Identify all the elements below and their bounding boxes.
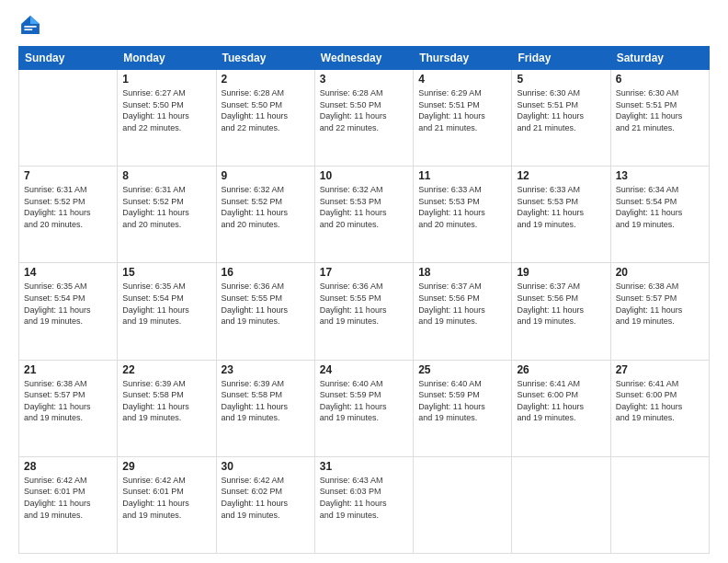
day-number: 9: [222, 169, 310, 182]
cell-info: Sunrise: 6:39 AM Sunset: 5:58 PM Dayligh…: [122, 378, 210, 424]
header: [18, 15, 710, 39]
calendar-cell: 12Sunrise: 6:33 AM Sunset: 5:53 PM Dayli…: [512, 167, 610, 263]
cell-info: Sunrise: 6:41 AM Sunset: 6:00 PM Dayligh…: [517, 378, 605, 424]
day-header: Sunday: [19, 47, 118, 70]
calendar-cell: 21Sunrise: 6:38 AM Sunset: 5:57 PM Dayli…: [19, 360, 118, 456]
calendar-cell: 19Sunrise: 6:37 AM Sunset: 5:56 PM Dayli…: [512, 263, 610, 360]
calendar-week-row: 1Sunrise: 6:27 AM Sunset: 5:50 PM Daylig…: [19, 70, 710, 167]
cell-info: Sunrise: 6:36 AM Sunset: 5:55 PM Dayligh…: [222, 281, 310, 327]
calendar-cell: 14Sunrise: 6:35 AM Sunset: 5:54 PM Dayli…: [19, 263, 118, 360]
calendar-cell: [414, 456, 512, 553]
day-number: 4: [418, 73, 506, 86]
day-number: 27: [616, 363, 704, 376]
day-header: Wednesday: [314, 47, 413, 70]
calendar-cell: 11Sunrise: 6:33 AM Sunset: 5:53 PM Dayli…: [414, 167, 512, 263]
day-number: 7: [24, 169, 112, 182]
calendar-cell: 4Sunrise: 6:29 AM Sunset: 5:51 PM Daylig…: [414, 70, 512, 167]
day-number: 21: [24, 363, 112, 376]
logo: [18, 15, 40, 39]
calendar-cell: 15Sunrise: 6:35 AM Sunset: 5:54 PM Dayli…: [118, 263, 216, 360]
svg-marker-1: [30, 16, 40, 24]
calendar-cell: 10Sunrise: 6:32 AM Sunset: 5:53 PM Dayli…: [314, 167, 413, 263]
cell-info: Sunrise: 6:42 AM Sunset: 6:01 PM Dayligh…: [122, 475, 210, 521]
day-header: Monday: [118, 47, 216, 70]
calendar-cell: 6Sunrise: 6:30 AM Sunset: 5:51 PM Daylig…: [610, 70, 709, 167]
cell-info: Sunrise: 6:36 AM Sunset: 5:55 PM Dayligh…: [320, 281, 408, 327]
calendar-cell: 17Sunrise: 6:36 AM Sunset: 5:55 PM Dayli…: [314, 263, 413, 360]
day-number: 18: [418, 266, 506, 279]
day-number: 16: [222, 266, 310, 279]
cell-info: Sunrise: 6:31 AM Sunset: 5:52 PM Dayligh…: [24, 184, 112, 230]
day-number: 6: [616, 73, 704, 86]
page: SundayMondayTuesdayWednesdayThursdayFrid…: [0, 0, 728, 563]
cell-info: Sunrise: 6:38 AM Sunset: 5:57 PM Dayligh…: [24, 378, 112, 424]
calendar-week-row: 7Sunrise: 6:31 AM Sunset: 5:52 PM Daylig…: [19, 167, 710, 263]
calendar-week-row: 14Sunrise: 6:35 AM Sunset: 5:54 PM Dayli…: [19, 263, 710, 360]
calendar-table: SundayMondayTuesdayWednesdayThursdayFrid…: [18, 46, 710, 554]
cell-info: Sunrise: 6:41 AM Sunset: 6:00 PM Dayligh…: [616, 378, 704, 424]
cell-info: Sunrise: 6:33 AM Sunset: 5:53 PM Dayligh…: [517, 184, 605, 230]
day-number: 19: [517, 266, 605, 279]
calendar-cell: 1Sunrise: 6:27 AM Sunset: 5:50 PM Daylig…: [118, 70, 216, 167]
calendar-cell: 27Sunrise: 6:41 AM Sunset: 6:00 PM Dayli…: [610, 360, 709, 456]
svg-rect-3: [24, 29, 32, 30]
calendar-cell: 22Sunrise: 6:39 AM Sunset: 5:58 PM Dayli…: [118, 360, 216, 456]
calendar-cell: 13Sunrise: 6:34 AM Sunset: 5:54 PM Dayli…: [610, 167, 709, 263]
calendar-cell: 25Sunrise: 6:40 AM Sunset: 5:59 PM Dayli…: [414, 360, 512, 456]
day-number: 8: [122, 169, 210, 182]
header-row: SundayMondayTuesdayWednesdayThursdayFrid…: [19, 47, 710, 70]
calendar-week-row: 21Sunrise: 6:38 AM Sunset: 5:57 PM Dayli…: [19, 360, 710, 456]
cell-info: Sunrise: 6:32 AM Sunset: 5:53 PM Dayligh…: [320, 184, 408, 230]
day-header: Saturday: [610, 47, 709, 70]
cell-info: Sunrise: 6:34 AM Sunset: 5:54 PM Dayligh…: [616, 184, 704, 230]
cell-info: Sunrise: 6:30 AM Sunset: 5:51 PM Dayligh…: [616, 87, 704, 133]
cell-info: Sunrise: 6:27 AM Sunset: 5:50 PM Dayligh…: [122, 87, 210, 133]
day-number: 20: [616, 266, 704, 279]
logo-icon: [20, 15, 40, 35]
day-number: 15: [122, 266, 210, 279]
day-number: 3: [320, 73, 408, 86]
calendar-cell: 3Sunrise: 6:28 AM Sunset: 5:50 PM Daylig…: [314, 70, 413, 167]
day-number: 30: [222, 460, 310, 473]
day-number: 29: [122, 460, 210, 473]
calendar-cell: [512, 456, 610, 553]
cell-info: Sunrise: 6:43 AM Sunset: 6:03 PM Dayligh…: [320, 475, 408, 521]
cell-info: Sunrise: 6:37 AM Sunset: 5:56 PM Dayligh…: [517, 281, 605, 327]
cell-info: Sunrise: 6:29 AM Sunset: 5:51 PM Dayligh…: [418, 87, 506, 133]
cell-info: Sunrise: 6:42 AM Sunset: 6:01 PM Dayligh…: [24, 475, 112, 521]
day-header: Friday: [512, 47, 610, 70]
cell-info: Sunrise: 6:39 AM Sunset: 5:58 PM Dayligh…: [222, 378, 310, 424]
day-number: 10: [320, 169, 408, 182]
day-number: 14: [24, 266, 112, 279]
day-number: 28: [24, 460, 112, 473]
calendar-cell: [19, 70, 118, 167]
calendar-cell: 8Sunrise: 6:31 AM Sunset: 5:52 PM Daylig…: [118, 167, 216, 263]
cell-info: Sunrise: 6:35 AM Sunset: 5:54 PM Dayligh…: [24, 281, 112, 327]
calendar-cell: 24Sunrise: 6:40 AM Sunset: 5:59 PM Dayli…: [314, 360, 413, 456]
calendar-cell: 18Sunrise: 6:37 AM Sunset: 5:56 PM Dayli…: [414, 263, 512, 360]
day-header: Thursday: [414, 47, 512, 70]
calendar-cell: 20Sunrise: 6:38 AM Sunset: 5:57 PM Dayli…: [610, 263, 709, 360]
calendar-cell: 16Sunrise: 6:36 AM Sunset: 5:55 PM Dayli…: [216, 263, 314, 360]
day-number: 2: [222, 73, 310, 86]
calendar-cell: 5Sunrise: 6:30 AM Sunset: 5:51 PM Daylig…: [512, 70, 610, 167]
cell-info: Sunrise: 6:31 AM Sunset: 5:52 PM Dayligh…: [122, 184, 210, 230]
cell-info: Sunrise: 6:37 AM Sunset: 5:56 PM Dayligh…: [418, 281, 506, 327]
calendar-cell: 30Sunrise: 6:42 AM Sunset: 6:02 PM Dayli…: [216, 456, 314, 553]
day-number: 1: [122, 73, 210, 86]
cell-info: Sunrise: 6:28 AM Sunset: 5:50 PM Dayligh…: [222, 87, 310, 133]
day-number: 13: [616, 169, 704, 182]
cell-info: Sunrise: 6:28 AM Sunset: 5:50 PM Dayligh…: [320, 87, 408, 133]
cell-info: Sunrise: 6:38 AM Sunset: 5:57 PM Dayligh…: [616, 281, 704, 327]
calendar-cell: 7Sunrise: 6:31 AM Sunset: 5:52 PM Daylig…: [19, 167, 118, 263]
day-header: Tuesday: [216, 47, 314, 70]
calendar-cell: 31Sunrise: 6:43 AM Sunset: 6:03 PM Dayli…: [314, 456, 413, 553]
day-number: 24: [320, 363, 408, 376]
cell-info: Sunrise: 6:35 AM Sunset: 5:54 PM Dayligh…: [122, 281, 210, 327]
cell-info: Sunrise: 6:32 AM Sunset: 5:52 PM Dayligh…: [222, 184, 310, 230]
calendar-cell: 2Sunrise: 6:28 AM Sunset: 5:50 PM Daylig…: [216, 70, 314, 167]
day-number: 25: [418, 363, 506, 376]
cell-info: Sunrise: 6:33 AM Sunset: 5:53 PM Dayligh…: [418, 184, 506, 230]
day-number: 12: [517, 169, 605, 182]
day-number: 5: [517, 73, 605, 86]
